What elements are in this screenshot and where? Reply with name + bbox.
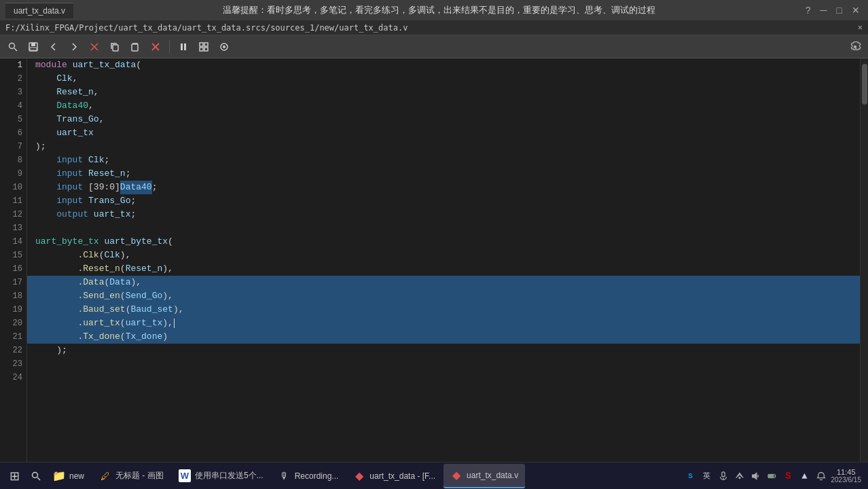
word-icon: W	[179, 469, 191, 482]
line-num-12: 12	[0, 208, 26, 221]
vivado-icon-2: ◆	[450, 469, 463, 482]
tab-label: uart_tx_data.v	[14, 6, 65, 16]
line-num-6: 6	[0, 126, 26, 140]
vertical-scrollbar[interactable]	[860, 58, 868, 462]
line-num-18: 18	[0, 289, 26, 303]
taskbar-search[interactable]	[27, 464, 45, 488]
taskbar-new-label: new	[69, 471, 84, 481]
code-line-15: . Clk ( Clk ),	[27, 249, 860, 262]
code-line-16: . Reset_n ( Reset_n ),	[27, 262, 860, 276]
notification-icon[interactable]	[815, 470, 827, 482]
file-path: F:/Xilinx_FPGA/Project/uart_tx_data/uart…	[5, 23, 408, 33]
close-file-button[interactable]	[147, 38, 164, 56]
code-line-3: Reset_n ,	[27, 86, 860, 99]
network-icon[interactable]	[734, 470, 746, 482]
line-num-13: 13	[0, 221, 26, 235]
line-num-20: 20	[0, 316, 26, 330]
sogou-s-icon[interactable]: S	[782, 470, 795, 482]
path-close-button[interactable]: ✕	[858, 22, 863, 33]
svg-rect-26	[768, 475, 773, 477]
up-chevron-icon[interactable]: ▲	[799, 470, 811, 482]
svg-rect-14	[204, 43, 208, 46]
code-line-13	[27, 221, 860, 235]
taskbar-vivado-1[interactable]: ◆ uart_tx_data - [F...	[346, 464, 442, 488]
taskbar-recording[interactable]: 🎙 Recording...	[272, 464, 346, 488]
code-editor[interactable]: module uart_tx_data ( Clk , Reset_n , Da…	[27, 58, 860, 462]
lang-icon[interactable]: 英	[701, 470, 713, 482]
title-warning-text: 温馨提醒：看时多思考，多笔记，看完多练习，多调试，出来结果不是目的，重要的是学习…	[76, 4, 803, 16]
line-num-8: 8	[0, 153, 26, 167]
paste-button[interactable]	[126, 38, 144, 56]
svg-line-1	[14, 48, 17, 51]
svg-rect-4	[30, 48, 37, 50]
grid-button[interactable]	[195, 38, 213, 56]
pin-button[interactable]	[215, 38, 233, 56]
line-num-5: 5	[0, 113, 26, 126]
code-line-24	[27, 371, 860, 384]
svg-rect-15	[200, 48, 203, 51]
title-tab[interactable]: uart_tx_data.v	[5, 3, 73, 18]
minimize-button[interactable]: ─	[818, 5, 830, 16]
toolbar-separator	[169, 40, 170, 54]
code-line-22: );	[27, 344, 860, 357]
line-num-9: 9	[0, 167, 26, 181]
svg-point-23	[739, 477, 740, 478]
clock[interactable]: 11:45 2023/6/15	[831, 468, 862, 484]
line-num-2: 2	[0, 72, 26, 86]
recording-icon: 🎙	[278, 470, 291, 482]
vivado-icon-1: ◆	[353, 470, 365, 482]
search-button[interactable]	[4, 38, 22, 56]
taskbar-vivado-1-label: uart_tx_data - [F...	[369, 471, 435, 481]
svg-rect-12	[184, 43, 186, 50]
code-line-7: );	[27, 140, 860, 153]
title-bar: uart_tx_data.v 温馨提醒：看时多思考，多笔记，看完多练习，多调试，…	[0, 0, 868, 20]
volume-icon[interactable]	[750, 470, 762, 482]
copy-button[interactable]	[106, 38, 124, 56]
sogou-icon[interactable]: S	[685, 470, 697, 482]
line-num-23: 23	[0, 357, 26, 371]
taskbar: ⊞ 📁 new 🖊 无标题 - 画图 W 使用串口发送5个... 🎙 Recor…	[0, 462, 868, 489]
taskbar-paint[interactable]: 🖊 无标题 - 画图	[92, 464, 170, 488]
text-cursor	[174, 319, 175, 328]
save-button[interactable]	[24, 38, 42, 56]
line-num-1: 1	[0, 58, 26, 72]
code-line-5: Trans_Go ,	[27, 113, 860, 126]
code-line-2: Clk ,	[27, 72, 860, 86]
maximize-button[interactable]: □	[834, 5, 845, 16]
taskbar-new-folder[interactable]: 📁 new	[46, 464, 91, 488]
code-line-18: . Send_en ( Send_Go ),	[27, 289, 860, 303]
line-num-4: 4	[0, 99, 26, 113]
code-line-21: . Tx_done ( Tx_done )	[27, 330, 860, 344]
mic-icon[interactable]	[717, 470, 729, 482]
taskbar-word[interactable]: W 使用串口发送5个...	[172, 464, 270, 488]
back-button[interactable]	[45, 38, 62, 56]
help-button[interactable]: ?	[803, 5, 814, 16]
taskbar-vivado-2[interactable]: ◆ uart_tx_data.v	[444, 464, 525, 488]
line-num-14: 14	[0, 235, 26, 249]
line-num-17: 17	[0, 276, 26, 289]
svg-marker-24	[752, 473, 756, 479]
settings-icon[interactable]	[846, 38, 864, 56]
code-line-23	[27, 357, 860, 371]
battery-icon[interactable]	[766, 470, 778, 482]
line-num-3: 3	[0, 86, 26, 99]
code-line-10: input [39:0] Data40 ;	[27, 181, 860, 194]
line-num-11: 11	[0, 194, 26, 208]
code-line-19: . Baud_set ( Baud_set ),	[27, 303, 860, 316]
code-line-14: uart_byte_tx uart_byte_tx (	[27, 235, 860, 249]
folder-icon: 📁	[53, 470, 65, 482]
taskbar-recording-label: Recording...	[295, 471, 339, 481]
forward-button[interactable]	[65, 38, 83, 56]
taskbar-vivado-2-label: uart_tx_data.v	[467, 471, 518, 480]
close-button[interactable]: ✕	[849, 5, 863, 16]
taskbar-paint-label: 无标题 - 画图	[115, 470, 164, 482]
line-num-10: 10	[0, 181, 26, 194]
line-numbers: 1 2 3 4 5 6 7 8 9 10 11 12 13 14 15 16 1…	[0, 58, 27, 462]
pause-button[interactable]	[175, 38, 192, 56]
cut-button[interactable]	[86, 38, 103, 56]
start-button[interactable]: ⊞	[3, 464, 26, 488]
scrollbar-thumb[interactable]	[862, 64, 867, 105]
svg-rect-3	[31, 43, 35, 46]
paint-icon: 🖊	[99, 470, 111, 482]
taskbar-word-label: 使用串口发送5个...	[195, 470, 264, 482]
